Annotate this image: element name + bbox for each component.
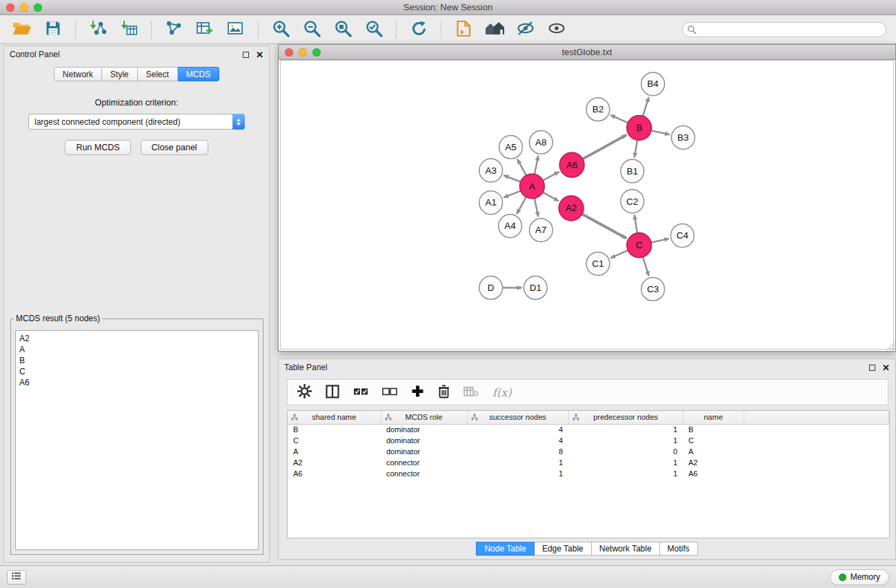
add-column-button[interactable]	[411, 385, 424, 400]
graph-node-A5[interactable]: A5	[499, 135, 523, 159]
result-item[interactable]: A6	[16, 377, 258, 388]
graph-edge-A-A5[interactable]	[517, 159, 526, 176]
result-item[interactable]: A2	[16, 333, 258, 344]
graph-node-C[interactable]: C	[627, 233, 652, 258]
graph-node-A2[interactable]: A2	[559, 196, 584, 221]
graph-node-B4[interactable]: B4	[641, 72, 665, 96]
graph-edge-A-A4[interactable]	[517, 197, 526, 214]
zoom-selected-button[interactable]	[361, 19, 386, 41]
network-canvas[interactable]: AA1A2A3A4A5A6A7A8BB1B2B3B4CC1C2C3C4DD1	[280, 60, 894, 349]
first-neighbors-button[interactable]	[482, 19, 507, 41]
graph-node-A6[interactable]: A6	[559, 152, 584, 177]
new-network-button[interactable]	[161, 19, 186, 41]
table-row[interactable]: A6connector11A6	[288, 468, 889, 479]
graph-edge-C-C4[interactable]	[651, 239, 669, 243]
graph-edge-A2-C[interactable]	[582, 214, 626, 239]
graph-edge-C-C2[interactable]	[635, 215, 637, 233]
open-file-button[interactable]	[451, 19, 476, 41]
save-session-button[interactable]	[41, 19, 66, 41]
graph-edge-B-B2[interactable]	[610, 115, 628, 123]
column-header-shared-name[interactable]: shared name	[288, 411, 381, 424]
select-all-button[interactable]	[353, 387, 368, 398]
graph-node-D1[interactable]: D1	[524, 276, 547, 300]
result-item[interactable]: B	[16, 355, 258, 366]
graph-edge-A-A2[interactable]	[543, 192, 559, 201]
table-row[interactable]: Adominator80A	[288, 446, 889, 457]
graph-edge-C-C1[interactable]	[610, 250, 628, 258]
graph-node-C2[interactable]: C2	[621, 190, 644, 213]
graph-edge-A-A6[interactable]	[543, 172, 559, 181]
graph-edge-A6-B[interactable]	[583, 135, 627, 159]
graph-edge-B-B4[interactable]	[643, 97, 649, 116]
network-window-titlebar[interactable]: testGlobe.txt	[279, 45, 895, 60]
minimize-window-button[interactable]	[20, 3, 28, 12]
zoom-in-button[interactable]	[268, 19, 293, 41]
apply-layout-button[interactable]	[406, 19, 431, 41]
column-header-mcds-role[interactable]: MCDS role	[381, 411, 467, 424]
table-settings-button[interactable]	[297, 384, 312, 401]
graph-edge-A-A8[interactable]	[535, 156, 538, 174]
tab-select[interactable]: Select	[138, 67, 178, 81]
task-history-button[interactable]	[7, 570, 26, 585]
column-header-successor-nodes[interactable]: successor nodes	[467, 411, 568, 424]
node-table[interactable]: shared name MCDS role successor nodes pr…	[287, 410, 890, 538]
float-panel-icon[interactable]	[243, 52, 249, 58]
open-session-button[interactable]	[10, 19, 34, 41]
graph-node-B3[interactable]: B3	[671, 126, 695, 150]
memory-button[interactable]: Memory	[830, 569, 889, 585]
close-window-button[interactable]	[6, 3, 14, 12]
graph-node-B2[interactable]: B2	[586, 98, 610, 121]
graph-edge-B-B1[interactable]	[635, 140, 637, 157]
graph-edge-A-A1[interactable]	[504, 191, 521, 198]
resize-grip[interactable]	[886, 342, 895, 350]
graph-edge-A-A7[interactable]	[535, 199, 538, 217]
graph-node-C3[interactable]: C3	[641, 277, 665, 301]
import-network-button[interactable]	[86, 19, 110, 41]
zoom-fit-button[interactable]	[330, 19, 355, 41]
close-panel-icon[interactable]: ✕	[882, 363, 890, 372]
hide-details-button[interactable]	[513, 19, 538, 41]
result-item[interactable]: A	[16, 344, 258, 355]
graph-edge-C-C3[interactable]	[643, 257, 649, 276]
graph-node-C1[interactable]: C1	[586, 252, 610, 276]
network-close-button[interactable]	[285, 48, 293, 57]
import-table-button[interactable]	[117, 19, 141, 41]
graph-node-A[interactable]: A	[519, 174, 544, 199]
float-panel-icon[interactable]	[869, 365, 875, 371]
export-image-button[interactable]	[223, 19, 248, 41]
zoom-out-button[interactable]	[299, 19, 324, 41]
graph-edge-A-A3[interactable]	[504, 175, 520, 181]
graph-node-A4[interactable]: A4	[499, 214, 522, 238]
tab-network-table[interactable]: Network Table	[592, 542, 660, 556]
function-builder-button[interactable]: f(x)	[492, 386, 511, 399]
run-mcds-button[interactable]: Run MCDS	[65, 140, 130, 155]
deselect-all-button[interactable]	[382, 387, 397, 398]
graph-edge-B-B3[interactable]	[651, 130, 670, 134]
tab-motifs[interactable]: Motifs	[660, 542, 698, 556]
show-columns-button[interactable]	[326, 385, 339, 401]
optimization-dropdown[interactable]: largest connected component (directed)	[28, 114, 245, 130]
delete-table-button[interactable]	[464, 386, 479, 399]
tab-style[interactable]: Style	[102, 67, 138, 81]
tab-network[interactable]: Network	[54, 67, 102, 81]
column-header-predecessor-nodes[interactable]: predecessor nodes	[568, 411, 683, 424]
network-minimize-button[interactable]	[299, 48, 307, 57]
tab-edge-table[interactable]: Edge Table	[535, 542, 592, 556]
graph-node-A7[interactable]: A7	[529, 219, 552, 242]
table-row[interactable]: Cdominator41C	[288, 435, 889, 446]
close-panel-button[interactable]: Close panel	[141, 140, 208, 155]
graph-node-C4[interactable]: C4	[670, 224, 694, 247]
graph-node-B[interactable]: B	[627, 116, 652, 141]
graph-node-A3[interactable]: A3	[479, 159, 503, 182]
show-details-button[interactable]	[544, 19, 569, 41]
result-item[interactable]: C	[16, 366, 258, 377]
search-input[interactable]	[682, 22, 886, 37]
network-zoom-button[interactable]	[312, 48, 321, 57]
new-table-button[interactable]	[192, 19, 217, 41]
table-row[interactable]: A2connector11A2	[288, 457, 889, 468]
graph-node-A8[interactable]: A8	[529, 131, 552, 154]
graph-node-D[interactable]: D	[479, 276, 503, 300]
graph-node-A1[interactable]: A1	[479, 191, 503, 214]
column-header-name[interactable]: name	[683, 411, 744, 424]
tab-mcds[interactable]: MCDS	[178, 67, 219, 81]
